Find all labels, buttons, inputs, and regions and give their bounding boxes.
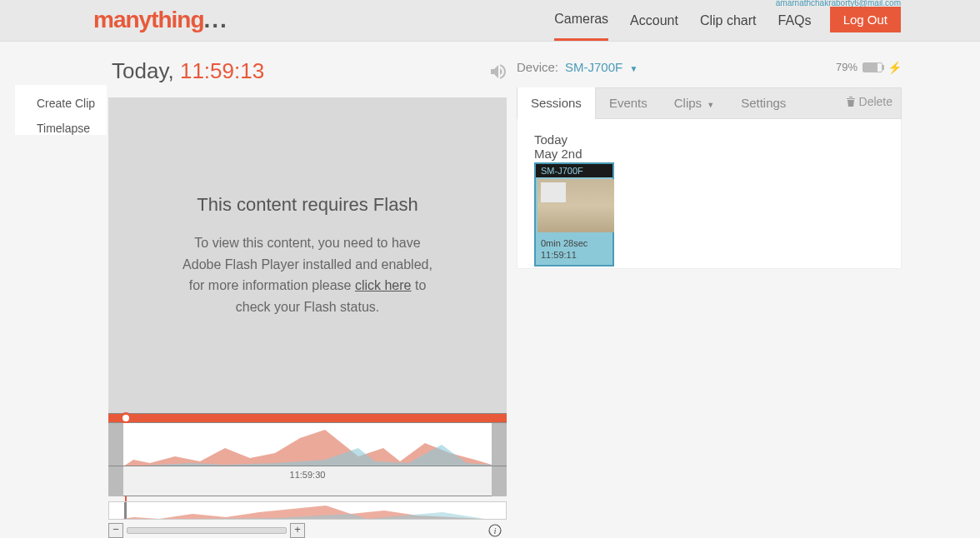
flash-line4: check your Flash status. (236, 300, 380, 314)
session-card[interactable]: SM-J700F 0min 28sec 11:59:11 (534, 162, 614, 267)
flash-text: To view this content, you need to have A… (166, 232, 449, 317)
sidebar-timelapse[interactable]: Timelapse (37, 122, 97, 135)
left-sidebar: Create Clip Timelapse (15, 85, 107, 135)
date-label: May 2nd (534, 147, 884, 161)
nav-cameras[interactable]: Cameras (554, 12, 608, 41)
timeline-handle[interactable] (120, 412, 132, 424)
overview-handle[interactable] (124, 501, 127, 520)
device-bar: Device: SM-J700F ▼ 79% ⚡ (517, 52, 902, 87)
tab-clips[interactable]: Clips ▼ (661, 87, 728, 119)
tab-settings[interactable]: Settings (728, 87, 799, 119)
graph-time-axis: 11:59:30 (108, 466, 507, 496)
session-thumbnail (538, 179, 614, 232)
timeline-track[interactable] (108, 413, 507, 423)
speaker-icon[interactable] (488, 62, 508, 82)
sidebar-create-clip[interactable]: Create Clip (37, 97, 97, 110)
sessions-panel: Device: SM-J700F ▼ 79% ⚡ Sessions Events… (517, 52, 902, 269)
flash-line3a: for more information please (189, 278, 355, 292)
time-value: 11:59:13 (180, 58, 264, 83)
zoom-in-button[interactable]: + (290, 523, 305, 538)
delete-label: Delete (859, 95, 892, 108)
battery-status: 79% ⚡ (836, 61, 902, 74)
day-label: Today, (112, 58, 174, 83)
tab-clips-label: Clips (674, 96, 702, 110)
logo-text: manything (93, 7, 204, 32)
battery-percent: 79% (836, 61, 858, 73)
device-label: Device: (517, 60, 558, 74)
delete-button[interactable]: Delete (846, 95, 892, 108)
session-duration: 0min 28sec (541, 237, 608, 249)
nav-account[interactable]: Account (630, 13, 678, 40)
session-device-name: SM-J700F (536, 164, 612, 177)
chevron-down-icon: ▼ (629, 64, 638, 73)
device-selector[interactable]: SM-J700F ▼ (565, 60, 638, 74)
tab-sessions[interactable]: Sessions (518, 87, 596, 119)
today-label: Today (534, 132, 884, 147)
zoom-out-button[interactable]: − (108, 523, 123, 538)
tab-events[interactable]: Events (596, 87, 661, 119)
trash-icon (846, 96, 856, 107)
overview-graph[interactable] (108, 501, 507, 520)
info-icon[interactable]: i (488, 524, 502, 537)
flash-placeholder: This content requires Flash To view this… (108, 97, 507, 413)
battery-icon (862, 62, 882, 72)
device-name: SM-J700F (565, 60, 622, 74)
timeline-time-label: 11:59:30 (290, 470, 326, 480)
chevron-down-icon: ▼ (707, 101, 714, 109)
flash-click-here-link[interactable]: click here (355, 278, 412, 292)
session-info: 0min 28sec 11:59:11 (536, 234, 612, 265)
time-edge-right (492, 466, 507, 496)
zoom-slider[interactable] (127, 527, 287, 534)
logo-dots: ... (204, 7, 228, 32)
player-panel: Today, 11:59:13 This content requires Fl… (108, 52, 508, 538)
flash-line1: To view this content, you need to have (194, 236, 420, 250)
flash-line2: Adobe Flash Player installed and enabled… (182, 257, 432, 271)
plug-icon: ⚡ (888, 61, 902, 74)
nav-faqs[interactable]: FAQs (778, 13, 812, 40)
svg-text:i: i (493, 526, 496, 536)
nav-clip-chart[interactable]: Clip chart (700, 13, 757, 40)
time-edge-left (108, 466, 123, 496)
header: amarnathchakraborty6@mail.com manything.… (0, 0, 980, 42)
sessions-list[interactable]: Today May 2nd SM-J700F 0min 28sec 11:59:… (517, 119, 902, 269)
time-header: Today, 11:59:13 (108, 52, 508, 97)
tabs-bar: Sessions Events Clips ▼ Settings Delete (517, 87, 902, 119)
session-time: 11:59:11 (541, 249, 608, 261)
flash-line3b: to (411, 278, 426, 292)
graph-edge-right (492, 423, 507, 466)
logo[interactable]: manything... (93, 7, 228, 33)
logout-button[interactable]: Log Out (830, 7, 901, 32)
zoom-controls: − + i (108, 523, 507, 538)
timeline: 11:59:30 − + i (108, 413, 507, 538)
activity-graph[interactable] (108, 423, 507, 466)
flash-title: This content requires Flash (197, 194, 418, 216)
